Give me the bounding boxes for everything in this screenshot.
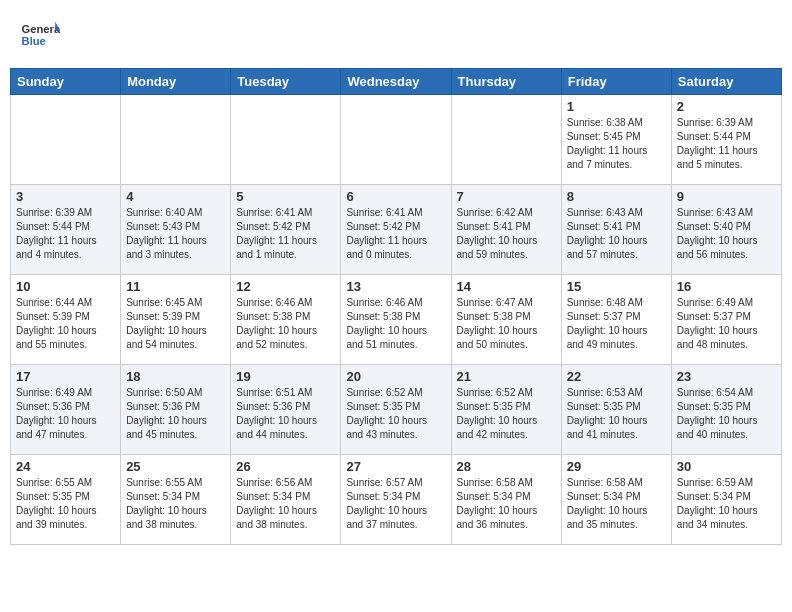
day-info: Sunrise: 6:48 AM Sunset: 5:37 PM Dayligh…: [567, 296, 666, 352]
svg-text:Blue: Blue: [22, 35, 46, 47]
day-info: Sunrise: 6:45 AM Sunset: 5:39 PM Dayligh…: [126, 296, 225, 352]
calendar-cell: [231, 95, 341, 185]
calendar-cell: 8Sunrise: 6:43 AM Sunset: 5:41 PM Daylig…: [561, 185, 671, 275]
day-info: Sunrise: 6:52 AM Sunset: 5:35 PM Dayligh…: [346, 386, 445, 442]
week-row-5: 24Sunrise: 6:55 AM Sunset: 5:35 PM Dayli…: [11, 455, 782, 545]
calendar-cell: 6Sunrise: 6:41 AM Sunset: 5:42 PM Daylig…: [341, 185, 451, 275]
calendar-cell: 12Sunrise: 6:46 AM Sunset: 5:38 PM Dayli…: [231, 275, 341, 365]
week-row-4: 17Sunrise: 6:49 AM Sunset: 5:36 PM Dayli…: [11, 365, 782, 455]
page-header: General Blue: [10, 10, 782, 60]
day-info: Sunrise: 6:55 AM Sunset: 5:34 PM Dayligh…: [126, 476, 225, 532]
day-info: Sunrise: 6:39 AM Sunset: 5:44 PM Dayligh…: [16, 206, 115, 262]
day-number: 13: [346, 279, 445, 294]
day-info: Sunrise: 6:38 AM Sunset: 5:45 PM Dayligh…: [567, 116, 666, 172]
day-number: 21: [457, 369, 556, 384]
logo: General Blue: [20, 15, 60, 55]
calendar-cell: 18Sunrise: 6:50 AM Sunset: 5:36 PM Dayli…: [121, 365, 231, 455]
day-info: Sunrise: 6:42 AM Sunset: 5:41 PM Dayligh…: [457, 206, 556, 262]
week-row-1: 1Sunrise: 6:38 AM Sunset: 5:45 PM Daylig…: [11, 95, 782, 185]
calendar-cell: 28Sunrise: 6:58 AM Sunset: 5:34 PM Dayli…: [451, 455, 561, 545]
day-info: Sunrise: 6:57 AM Sunset: 5:34 PM Dayligh…: [346, 476, 445, 532]
weekday-header-tuesday: Tuesday: [231, 69, 341, 95]
calendar-cell: [451, 95, 561, 185]
day-number: 12: [236, 279, 335, 294]
weekday-header-saturday: Saturday: [671, 69, 781, 95]
calendar-cell: 20Sunrise: 6:52 AM Sunset: 5:35 PM Dayli…: [341, 365, 451, 455]
svg-text:General: General: [22, 23, 60, 35]
day-number: 2: [677, 99, 776, 114]
calendar-cell: 24Sunrise: 6:55 AM Sunset: 5:35 PM Dayli…: [11, 455, 121, 545]
day-info: Sunrise: 6:58 AM Sunset: 5:34 PM Dayligh…: [457, 476, 556, 532]
day-number: 16: [677, 279, 776, 294]
calendar-table: SundayMondayTuesdayWednesdayThursdayFrid…: [10, 68, 782, 545]
day-number: 14: [457, 279, 556, 294]
calendar-cell: 16Sunrise: 6:49 AM Sunset: 5:37 PM Dayli…: [671, 275, 781, 365]
weekday-header-thursday: Thursday: [451, 69, 561, 95]
calendar-cell: 14Sunrise: 6:47 AM Sunset: 5:38 PM Dayli…: [451, 275, 561, 365]
day-number: 19: [236, 369, 335, 384]
day-info: Sunrise: 6:51 AM Sunset: 5:36 PM Dayligh…: [236, 386, 335, 442]
day-info: Sunrise: 6:41 AM Sunset: 5:42 PM Dayligh…: [346, 206, 445, 262]
weekday-header-monday: Monday: [121, 69, 231, 95]
day-info: Sunrise: 6:59 AM Sunset: 5:34 PM Dayligh…: [677, 476, 776, 532]
calendar-cell: 23Sunrise: 6:54 AM Sunset: 5:35 PM Dayli…: [671, 365, 781, 455]
day-number: 27: [346, 459, 445, 474]
day-number: 6: [346, 189, 445, 204]
day-info: Sunrise: 6:46 AM Sunset: 5:38 PM Dayligh…: [236, 296, 335, 352]
logo-icon: General Blue: [20, 15, 60, 55]
day-info: Sunrise: 6:39 AM Sunset: 5:44 PM Dayligh…: [677, 116, 776, 172]
calendar-cell: 5Sunrise: 6:41 AM Sunset: 5:42 PM Daylig…: [231, 185, 341, 275]
calendar-cell: [121, 95, 231, 185]
calendar-cell: 17Sunrise: 6:49 AM Sunset: 5:36 PM Dayli…: [11, 365, 121, 455]
calendar-cell: 11Sunrise: 6:45 AM Sunset: 5:39 PM Dayli…: [121, 275, 231, 365]
calendar-cell: 7Sunrise: 6:42 AM Sunset: 5:41 PM Daylig…: [451, 185, 561, 275]
day-info: Sunrise: 6:54 AM Sunset: 5:35 PM Dayligh…: [677, 386, 776, 442]
calendar-cell: 10Sunrise: 6:44 AM Sunset: 5:39 PM Dayli…: [11, 275, 121, 365]
day-number: 29: [567, 459, 666, 474]
calendar-cell: 22Sunrise: 6:53 AM Sunset: 5:35 PM Dayli…: [561, 365, 671, 455]
day-number: 5: [236, 189, 335, 204]
calendar-cell: 27Sunrise: 6:57 AM Sunset: 5:34 PM Dayli…: [341, 455, 451, 545]
calendar-cell: 9Sunrise: 6:43 AM Sunset: 5:40 PM Daylig…: [671, 185, 781, 275]
weekday-header-friday: Friday: [561, 69, 671, 95]
calendar-cell: 15Sunrise: 6:48 AM Sunset: 5:37 PM Dayli…: [561, 275, 671, 365]
day-info: Sunrise: 6:44 AM Sunset: 5:39 PM Dayligh…: [16, 296, 115, 352]
weekday-header-row: SundayMondayTuesdayWednesdayThursdayFrid…: [11, 69, 782, 95]
day-number: 11: [126, 279, 225, 294]
day-info: Sunrise: 6:53 AM Sunset: 5:35 PM Dayligh…: [567, 386, 666, 442]
day-number: 10: [16, 279, 115, 294]
day-number: 23: [677, 369, 776, 384]
calendar-cell: 30Sunrise: 6:59 AM Sunset: 5:34 PM Dayli…: [671, 455, 781, 545]
day-number: 9: [677, 189, 776, 204]
day-info: Sunrise: 6:46 AM Sunset: 5:38 PM Dayligh…: [346, 296, 445, 352]
day-info: Sunrise: 6:55 AM Sunset: 5:35 PM Dayligh…: [16, 476, 115, 532]
day-info: Sunrise: 6:43 AM Sunset: 5:40 PM Dayligh…: [677, 206, 776, 262]
day-number: 15: [567, 279, 666, 294]
day-number: 25: [126, 459, 225, 474]
calendar-cell: 25Sunrise: 6:55 AM Sunset: 5:34 PM Dayli…: [121, 455, 231, 545]
calendar-cell: 21Sunrise: 6:52 AM Sunset: 5:35 PM Dayli…: [451, 365, 561, 455]
day-info: Sunrise: 6:58 AM Sunset: 5:34 PM Dayligh…: [567, 476, 666, 532]
week-row-3: 10Sunrise: 6:44 AM Sunset: 5:39 PM Dayli…: [11, 275, 782, 365]
day-number: 28: [457, 459, 556, 474]
weekday-header-wednesday: Wednesday: [341, 69, 451, 95]
calendar-cell: [341, 95, 451, 185]
day-number: 30: [677, 459, 776, 474]
day-info: Sunrise: 6:47 AM Sunset: 5:38 PM Dayligh…: [457, 296, 556, 352]
calendar-cell: 19Sunrise: 6:51 AM Sunset: 5:36 PM Dayli…: [231, 365, 341, 455]
day-number: 22: [567, 369, 666, 384]
calendar-cell: 13Sunrise: 6:46 AM Sunset: 5:38 PM Dayli…: [341, 275, 451, 365]
day-number: 3: [16, 189, 115, 204]
calendar-cell: 4Sunrise: 6:40 AM Sunset: 5:43 PM Daylig…: [121, 185, 231, 275]
day-info: Sunrise: 6:56 AM Sunset: 5:34 PM Dayligh…: [236, 476, 335, 532]
day-number: 1: [567, 99, 666, 114]
day-info: Sunrise: 6:41 AM Sunset: 5:42 PM Dayligh…: [236, 206, 335, 262]
day-info: Sunrise: 6:49 AM Sunset: 5:37 PM Dayligh…: [677, 296, 776, 352]
day-info: Sunrise: 6:43 AM Sunset: 5:41 PM Dayligh…: [567, 206, 666, 262]
day-number: 8: [567, 189, 666, 204]
calendar-cell: 1Sunrise: 6:38 AM Sunset: 5:45 PM Daylig…: [561, 95, 671, 185]
calendar-cell: 2Sunrise: 6:39 AM Sunset: 5:44 PM Daylig…: [671, 95, 781, 185]
day-number: 17: [16, 369, 115, 384]
calendar-cell: 3Sunrise: 6:39 AM Sunset: 5:44 PM Daylig…: [11, 185, 121, 275]
week-row-2: 3Sunrise: 6:39 AM Sunset: 5:44 PM Daylig…: [11, 185, 782, 275]
